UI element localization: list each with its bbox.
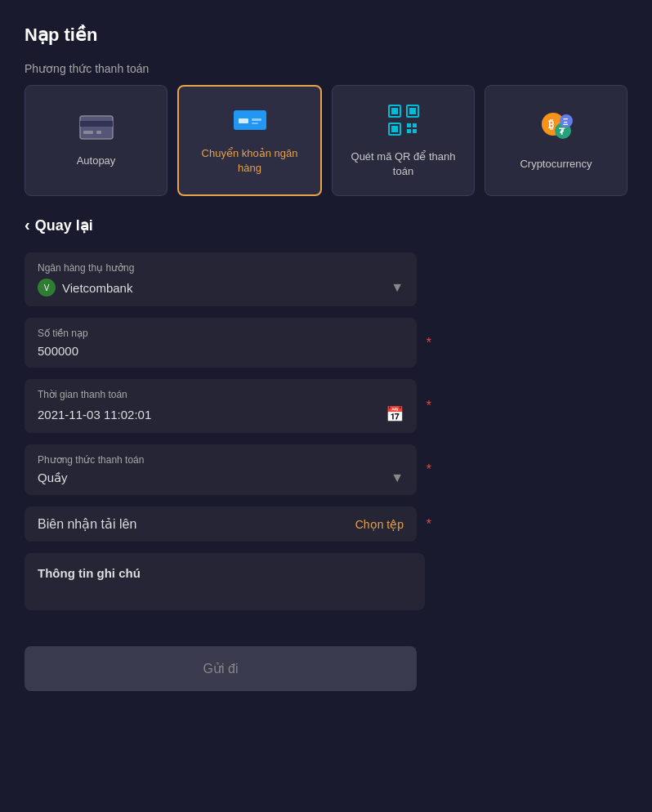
svg-rect-6 bbox=[252, 118, 261, 121]
svg-rect-15 bbox=[413, 123, 417, 127]
payment-method-required-star: * bbox=[426, 462, 431, 477]
receipt-upload-label: Biên nhận tải lên bbox=[38, 516, 136, 532]
svg-rect-0 bbox=[80, 116, 113, 139]
svg-rect-14 bbox=[407, 123, 411, 127]
payment-time-wrapper: Thời gian thanh toán 2021-11-03 11:02:01… bbox=[25, 379, 417, 433]
payment-method-dropdown-arrow-icon: ▼ bbox=[391, 471, 404, 485]
receipt-upload-row: Biên nhận tải lên Chọn tệp bbox=[38, 516, 404, 532]
payment-time-required-star: * bbox=[426, 399, 431, 413]
crypto-label: Cryptocurrency bbox=[520, 157, 592, 172]
bank-field-label: Ngân hàng thụ hưởng bbox=[38, 262, 404, 274]
svg-text:₿: ₿ bbox=[548, 118, 554, 131]
payment-card-autopay[interactable]: Autopay bbox=[25, 85, 167, 196]
payment-method-value: Quầy bbox=[38, 471, 68, 485]
bank-field-value: Vietcombank bbox=[62, 281, 132, 295]
qr-icon bbox=[386, 102, 422, 141]
svg-rect-3 bbox=[96, 131, 101, 134]
svg-text:₮: ₮ bbox=[559, 127, 565, 136]
page-title: Nạp tiền bbox=[25, 25, 627, 46]
receipt-upload-field[interactable]: Biên nhận tải lên Chọn tệp bbox=[25, 506, 417, 542]
note-field-label: Thông tin ghi chú bbox=[38, 566, 141, 580]
svg-rect-17 bbox=[413, 129, 417, 133]
receipt-upload-wrapper: Biên nhận tải lên Chọn tệp * bbox=[25, 506, 417, 542]
payment-method-value-row: Quầy ▼ bbox=[38, 471, 404, 485]
svg-text:Ξ: Ξ bbox=[563, 118, 569, 127]
svg-rect-13 bbox=[391, 126, 398, 132]
payment-time-field[interactable]: Thời gian thanh toán 2021-11-03 11:02:01… bbox=[25, 379, 417, 433]
qr-label: Quét mã QR để thanh toán bbox=[344, 149, 462, 179]
amount-field-wrapper: Số tiền nạp 500000 * bbox=[25, 318, 417, 368]
calendar-icon: 📅 bbox=[386, 405, 404, 423]
autopay-label: Autopay bbox=[77, 154, 116, 168]
bank-field-value-row: V Vietcombank ▼ bbox=[38, 279, 404, 297]
svg-rect-16 bbox=[407, 129, 411, 133]
svg-rect-7 bbox=[252, 123, 258, 124]
receipt-required-star: * bbox=[426, 517, 431, 532]
payment-card-bank-transfer[interactable]: Chuyển khoản ngân hàng bbox=[177, 85, 322, 196]
payment-card-qr[interactable]: Quét mã QR để thanh toán bbox=[332, 85, 475, 196]
submit-button[interactable]: Gửi đi bbox=[25, 646, 417, 691]
note-field[interactable]: Thông tin ghi chú bbox=[25, 553, 425, 610]
payment-section-label: Phương thức thanh toán bbox=[25, 62, 627, 75]
back-button[interactable]: ‹ Quay lại bbox=[25, 216, 627, 234]
payment-card-crypto[interactable]: ₿ ₮ Ξ Cryptocurrency bbox=[485, 85, 627, 196]
payment-methods-row: Autopay Chuyển khoản ngân hàng bbox=[25, 85, 627, 196]
crypto-icon: ₿ ₮ Ξ bbox=[538, 109, 574, 149]
deposit-form: Ngân hàng thụ hưởng V Vietcombank ▼ Số t… bbox=[25, 252, 425, 691]
payment-time-value-row: 2021-11-03 11:02:01 📅 bbox=[38, 405, 404, 423]
svg-rect-2 bbox=[83, 131, 93, 134]
bank-field[interactable]: Ngân hàng thụ hưởng V Vietcombank ▼ bbox=[25, 252, 417, 306]
autopay-icon bbox=[78, 113, 114, 145]
bank-transfer-icon bbox=[232, 105, 268, 138]
choose-file-button[interactable]: Chọn tệp bbox=[355, 518, 404, 531]
bank-dropdown-arrow-icon: ▼ bbox=[391, 280, 404, 295]
payment-method-field-label: Phương thức thanh toán bbox=[38, 454, 404, 466]
amount-field[interactable]: Số tiền nạp 500000 bbox=[25, 318, 417, 368]
bank-field-wrapper: Ngân hàng thụ hưởng V Vietcombank ▼ bbox=[25, 252, 417, 306]
bank-transfer-label: Chuyển khoản ngân hàng bbox=[190, 146, 309, 176]
payment-method-field[interactable]: Phương thức thanh toán Quầy ▼ bbox=[25, 444, 417, 495]
amount-field-label: Số tiền nạp bbox=[38, 328, 404, 339]
svg-rect-5 bbox=[239, 118, 248, 123]
vietcombank-icon: V bbox=[38, 279, 56, 297]
payment-method-wrapper: Phương thức thanh toán Quầy ▼ * bbox=[25, 444, 417, 495]
payment-time-label: Thời gian thanh toán bbox=[38, 389, 404, 400]
svg-rect-1 bbox=[80, 121, 113, 127]
back-arrow-icon: ‹ bbox=[25, 216, 30, 234]
amount-required-star: * bbox=[426, 336, 431, 350]
payment-time-value: 2021-11-03 11:02:01 bbox=[38, 408, 151, 422]
svg-rect-9 bbox=[391, 108, 398, 114]
back-label: Quay lại bbox=[35, 216, 93, 234]
amount-field-value: 500000 bbox=[38, 344, 404, 358]
svg-rect-11 bbox=[409, 108, 416, 114]
